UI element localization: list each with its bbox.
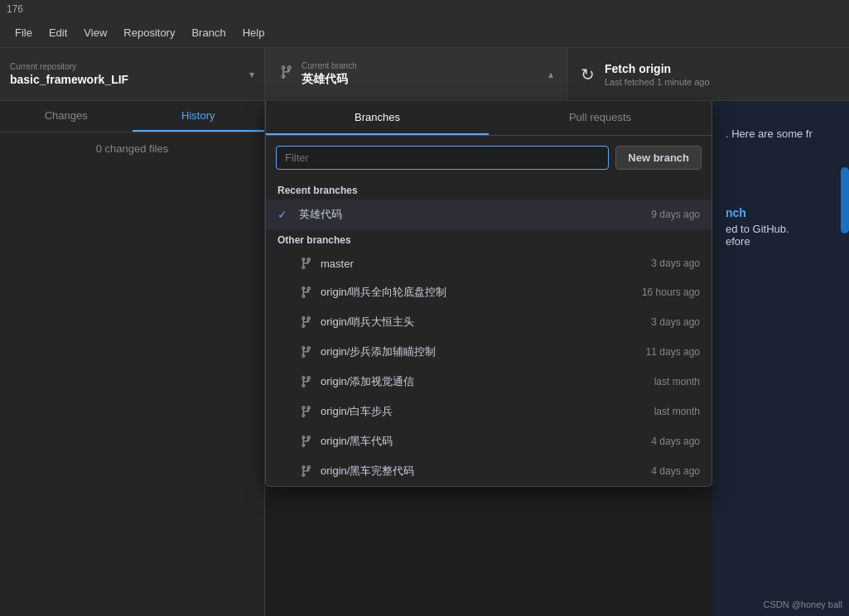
- branch-item-time: 3 days ago: [651, 257, 700, 269]
- branch-item-name: origin/步兵添加辅瞄控制: [321, 344, 638, 359]
- panel-tabs: Branches Pull requests: [266, 101, 712, 136]
- branch-item-time: 4 days ago: [651, 436, 700, 447]
- branch-icon-small: [299, 375, 312, 388]
- branch-item-time: last month: [654, 376, 700, 387]
- branch-item-name: 英雄代码: [299, 207, 643, 222]
- branch-info: Current branch 英雄代码: [301, 61, 548, 87]
- menu-view[interactable]: View: [75, 23, 115, 42]
- branch-panel: Branches Pull requests New branch Recent…: [265, 101, 712, 487]
- branch-item-name: origin/黑车代码: [321, 434, 643, 449]
- branch-item-name: master: [321, 257, 643, 270]
- branch-item-time: 16 hours ago: [642, 286, 700, 298]
- check-icon: ✓: [277, 208, 291, 221]
- content-area: Branches Pull requests New branch Recent…: [265, 101, 849, 616]
- repo-name: basic_framework_LIF: [10, 73, 243, 86]
- branch-item-time: 3 days ago: [651, 316, 700, 328]
- main-area: Changes History 0 changed files Branches…: [0, 101, 849, 616]
- branch-item[interactable]: ✓ origin/黑车代码 4 days ago: [266, 426, 712, 456]
- branch-item[interactable]: ✓ origin/哨兵全向轮底盘控制 16 hours ago: [266, 277, 712, 307]
- tab-pull-requests[interactable]: Pull requests: [489, 101, 712, 135]
- repo-selector[interactable]: Current repository basic_framework_LIF ▾: [0, 48, 265, 100]
- tab-changes[interactable]: Changes: [0, 101, 133, 132]
- title-bar: 176: [0, 0, 849, 18]
- branch-item-time: 9 days ago: [651, 209, 700, 220]
- branch-icon-small: [299, 286, 312, 299]
- sidebar-tabs: Changes History: [0, 101, 264, 132]
- right-panel-text1: . Here are some fr: [726, 128, 836, 140]
- right-panel-partial: . Here are some fr nch ed to GitHub. efo…: [712, 101, 849, 616]
- menu-repository[interactable]: Repository: [115, 23, 183, 42]
- menu-edit[interactable]: Edit: [41, 23, 75, 42]
- branch-icon-small: [299, 405, 312, 418]
- branch-icon-small: [299, 435, 312, 448]
- tab-history[interactable]: History: [133, 101, 265, 132]
- recent-branches-header: Recent branches: [266, 180, 712, 200]
- branch-item-name: origin/白车步兵: [321, 404, 646, 419]
- other-branches-header: Other branches: [266, 229, 712, 249]
- branch-item-name: origin/黑车完整代码: [321, 464, 643, 479]
- new-branch-button[interactable]: New branch: [615, 146, 702, 170]
- sidebar: Changes History 0 changed files: [0, 101, 265, 616]
- branch-item[interactable]: ✓ origin/黑车完整代码 4 days ago: [266, 456, 712, 486]
- menu-file[interactable]: File: [7, 23, 41, 42]
- toolbar: Current repository basic_framework_LIF ▾…: [0, 48, 849, 101]
- branch-item[interactable]: ✓ origin/哨兵大恒主头 3 days ago: [266, 307, 712, 337]
- branch-item-current[interactable]: ✓ 英雄代码 9 days ago: [266, 200, 712, 229]
- branch-icon-small: [299, 464, 312, 478]
- changed-files-count: 0 changed files: [0, 132, 264, 165]
- branch-name: 英雄代码: [301, 72, 548, 87]
- branch-label: Current branch: [301, 61, 548, 70]
- branch-dropdown-arrow: ▴: [548, 69, 553, 80]
- right-panel-text2: nch: [726, 206, 836, 219]
- menu-help[interactable]: Help: [234, 23, 273, 42]
- filter-row: New branch: [266, 136, 712, 180]
- fetch-info: Fetch origin Last fetched 1 minute ago: [605, 62, 710, 87]
- repo-info: Current repository basic_framework_LIF: [10, 62, 243, 86]
- right-panel-text3: ed to GitHub.: [726, 223, 836, 235]
- repo-label: Current repository: [10, 62, 243, 71]
- repo-dropdown-arrow: ▾: [249, 69, 254, 80]
- title-bar-text: 176: [7, 3, 23, 15]
- right-panel-blue-section: nch ed to GitHub. efore: [726, 206, 836, 248]
- branch-item[interactable]: ✓ origin/添加视觉通信 last month: [266, 367, 712, 397]
- branch-item-name: origin/哨兵大恒主头: [321, 315, 643, 330]
- branch-item[interactable]: ✓ master 3 days ago: [266, 249, 712, 277]
- branch-selector[interactable]: Current branch 英雄代码 ▴: [265, 48, 567, 100]
- branch-icon-small: [299, 345, 312, 359]
- tab-branches[interactable]: Branches: [266, 101, 489, 135]
- right-panel-text4: efore: [726, 235, 836, 248]
- fetch-subtitle: Last fetched 1 minute ago: [605, 77, 710, 87]
- branch-item[interactable]: ✓ origin/白车步兵 last month: [266, 397, 712, 426]
- branch-item-time: last month: [654, 406, 700, 417]
- branch-list: Recent branches ✓ 英雄代码 9 days ago Other …: [266, 180, 712, 486]
- branch-icon-small: [299, 315, 312, 329]
- menu-bar: File Edit View Repository Branch Help: [0, 18, 849, 48]
- branch-item-time: 11 days ago: [646, 346, 700, 358]
- menu-branch[interactable]: Branch: [183, 23, 234, 42]
- branch-filter-input[interactable]: [276, 146, 609, 170]
- fetch-origin-button[interactable]: ↻ Fetch origin Last fetched 1 minute ago: [567, 48, 849, 100]
- scrollbar-thumb[interactable]: [841, 167, 849, 233]
- fetch-icon: ↻: [581, 65, 595, 84]
- branch-item[interactable]: ✓ origin/步兵添加辅瞄控制 11 days ago: [266, 337, 712, 367]
- branch-icon: [278, 65, 293, 84]
- fetch-title: Fetch origin: [605, 62, 710, 75]
- branch-item-name: origin/哨兵全向轮底盘控制: [321, 285, 634, 300]
- branch-item-name: origin/添加视觉通信: [321, 374, 646, 389]
- branch-icon-small: [299, 257, 312, 270]
- branch-item-time: 4 days ago: [651, 465, 700, 477]
- csdn-badge: CSDN @honey ball: [763, 599, 842, 609]
